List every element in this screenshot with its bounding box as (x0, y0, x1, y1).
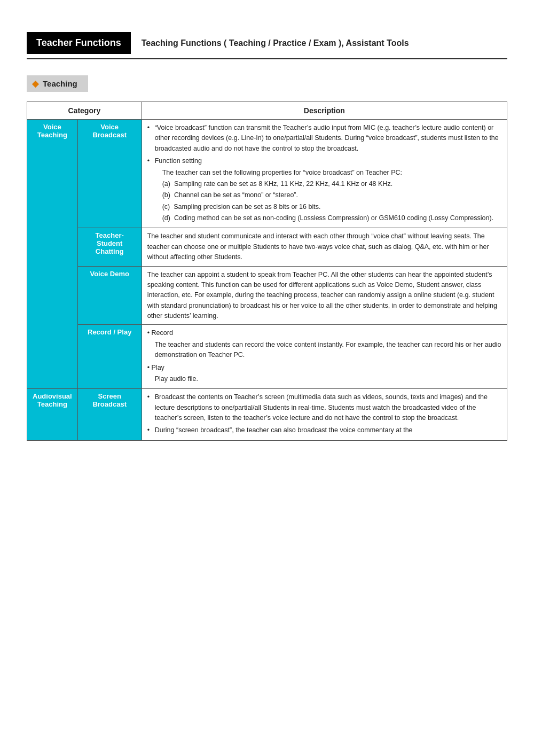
desc-record-play: • Record The teacher and students can re… (142, 325, 507, 389)
header-subtitle: Teaching Functions ( Teaching / Practice… (142, 38, 409, 48)
vb-item-d: (d) Coding method can be set as non-codi… (147, 213, 501, 223)
record-header: • Record (147, 328, 501, 338)
cat2-chatting: Teacher-StudentChatting (77, 228, 142, 266)
cat2-record-play: Record / Play (77, 325, 142, 389)
cat2-screen-broadcast: ScreenBroadcast (77, 389, 142, 441)
main-table: Category Description VoiceTeaching Voice… (27, 102, 507, 441)
table-row: Voice Demo The teacher can appoint a stu… (27, 266, 507, 325)
desc-voice-broadcast: • “Voice broadcast” function can transmi… (142, 120, 507, 228)
vb-item-c: (c) Sampling precision can be set as 8 b… (147, 202, 501, 212)
table-row: VoiceTeaching Voice Broadcast • “Voice b… (27, 120, 507, 228)
section-heading: ◆ Teaching (27, 75, 88, 92)
col-category-header: Category (27, 102, 142, 120)
desc-chatting: The teacher and student communicate and … (142, 228, 507, 266)
desc-voice-demo: The teacher can appoint a student to spe… (142, 266, 507, 325)
table-row: AudiovisualTeaching ScreenBroadcast • Br… (27, 389, 507, 441)
play-header: • Play (147, 363, 501, 373)
table-header-row: Category Description (27, 102, 507, 120)
vb-item-b: (b) Channel can be set as “mono” or “ste… (147, 190, 501, 200)
cat1-audiovisual: AudiovisualTeaching (27, 389, 78, 441)
cat2-voice-broadcast: Voice Broadcast (77, 120, 142, 228)
section-heading-label: Teaching (43, 79, 77, 88)
desc-screen-broadcast: • Broadcast the contents on Teacher’s sc… (142, 389, 507, 441)
diamond-icon: ◆ (32, 79, 38, 89)
col-description-header: Description (142, 102, 507, 120)
cat2-voice-demo: Voice Demo (77, 266, 142, 325)
page-header: Teacher Functions Teaching Functions ( T… (27, 32, 507, 59)
table-row: Record / Play • Record The teacher and s… (27, 325, 507, 389)
vb-item-a: (a) Sampling rate can be set as 8 KHz, 1… (147, 179, 501, 189)
cat1-voice-teaching: VoiceTeaching (27, 120, 78, 389)
table-row: Teacher-StudentChatting The teacher and … (27, 228, 507, 266)
header-title: Teacher Functions (27, 32, 131, 54)
